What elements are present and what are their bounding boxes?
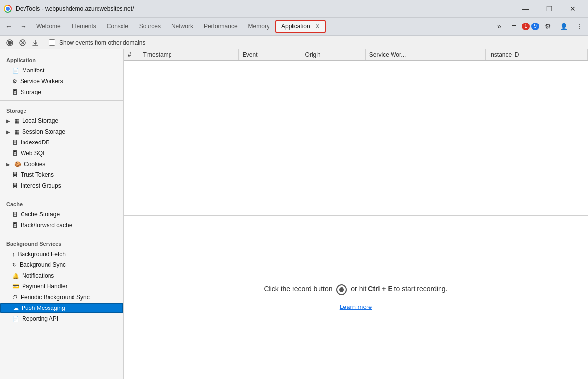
arrow-icon: ▶: [6, 162, 10, 167]
show-events-label: Show events from other domains: [59, 39, 145, 46]
sidebar-item-background-sync[interactable]: ↻ Background Sync: [0, 260, 123, 270]
tab-performance[interactable]: Performance: [199, 20, 243, 33]
sidebar-section-storage: Storage: [0, 104, 123, 116]
push-messaging-icon: ☁: [13, 305, 19, 311]
content-area: Application 📄 Manifest ⚙ Service Workers…: [0, 49, 588, 379]
sidebar-item-trust-tokens[interactable]: 🗄 Trust Tokens: [0, 169, 123, 180]
sidebar-section-application: Application: [0, 53, 123, 65]
trust-tokens-icon: 🗄: [12, 172, 18, 178]
close-button[interactable]: ✕: [562, 0, 584, 18]
new-tab-button[interactable]: +: [507, 20, 521, 33]
service-workers-icon: ⚙: [12, 78, 17, 85]
notifications-icon: 🔔: [12, 273, 19, 279]
empty-state-text: Click the record button or hit Ctrl + E …: [264, 285, 447, 293]
main-panel: # Timestamp Event Origin Service Wor... …: [124, 49, 588, 379]
sidebar-item-interest-groups[interactable]: 🗄 Interest Groups: [0, 180, 123, 191]
user-button[interactable]: 👤: [557, 20, 570, 33]
error-badge: 1: [522, 23, 530, 30]
col-origin[interactable]: Origin: [301, 49, 365, 61]
sidebar-item-cache-storage[interactable]: 🗄 Cache Storage: [0, 209, 123, 220]
tab-back-button[interactable]: ←: [2, 20, 16, 33]
sidebar-item-web-sql[interactable]: 🗄 Web SQL: [0, 148, 123, 159]
maximize-button[interactable]: ❐: [538, 0, 561, 18]
record-dot: [339, 287, 344, 292]
show-events-checkbox[interactable]: [49, 39, 55, 46]
clear-button[interactable]: [17, 37, 28, 48]
toolbar-right: 1 9 ⚙ 👤 ⋮: [522, 20, 586, 33]
tab-network[interactable]: Network: [167, 20, 198, 33]
col-timestamp[interactable]: Timestamp: [139, 49, 238, 61]
svg-point-1: [8, 41, 12, 45]
sidebar-item-background-fetch[interactable]: ↕ Background Fetch: [0, 249, 123, 260]
col-number[interactable]: #: [124, 49, 139, 61]
learn-more-link[interactable]: Learn more: [340, 303, 372, 310]
col-instance-id[interactable]: Instance ID: [485, 49, 587, 61]
session-storage-icon: ▦: [14, 129, 19, 135]
local-storage-icon: ▦: [14, 118, 19, 124]
sidebar-item-local-storage[interactable]: ▶ ▦ Local Storage: [0, 116, 123, 126]
col-event[interactable]: Event: [238, 49, 301, 61]
arrow-icon: ▶: [6, 129, 10, 135]
sidebar-divider-2: [0, 194, 123, 194]
sidebar-item-storage[interactable]: 🗄 Storage: [0, 87, 123, 97]
tab-bar: ← → Welcome Elements Console Sources Net…: [0, 18, 588, 35]
manifest-icon: 📄: [12, 68, 19, 74]
table-area[interactable]: # Timestamp Event Origin Service Wor... …: [124, 49, 588, 216]
download-button[interactable]: [30, 37, 41, 48]
menu-button[interactable]: ⋮: [572, 20, 586, 33]
payment-handler-icon: 💳: [12, 284, 19, 290]
back-forward-cache-icon: 🗄: [12, 222, 18, 228]
cache-storage-icon: 🗄: [12, 212, 18, 217]
settings-button[interactable]: ⚙: [541, 20, 555, 33]
devtools-window: Show events from other domains Applicati…: [0, 35, 588, 379]
background-sync-icon: ↻: [12, 262, 17, 268]
record-button[interactable]: [4, 37, 15, 48]
background-fetch-icon: ↕: [12, 251, 15, 257]
sidebar-item-payment-handler[interactable]: 💳 Payment Handler: [0, 281, 123, 292]
devtools-toolbar: Show events from other domains: [0, 36, 588, 49]
chrome-logo-icon: [4, 5, 12, 13]
sidebar-item-session-storage[interactable]: ▶ ▦ Session Storage: [0, 126, 123, 137]
events-table: # Timestamp Event Origin Service Wor... …: [124, 49, 588, 61]
interest-groups-icon: 🗄: [12, 183, 18, 189]
sidebar-divider-1: [0, 100, 123, 101]
indexed-db-icon: 🗄: [12, 140, 18, 145]
window-controls: — ❐ ✕: [514, 0, 584, 18]
tab-application[interactable]: Application ✕: [275, 20, 326, 33]
title-bar: DevTools - webpushdemo.azurewebsites.net…: [0, 0, 588, 18]
sidebar: Application 📄 Manifest ⚙ Service Workers…: [0, 49, 124, 379]
window-title: DevTools - webpushdemo.azurewebsites.net…: [16, 5, 511, 12]
tab-memory[interactable]: Memory: [244, 20, 274, 33]
sidebar-item-reporting-api[interactable]: 📄 Reporting API: [0, 313, 123, 324]
sidebar-item-notifications[interactable]: 🔔 Notifications: [0, 270, 123, 281]
arrow-icon: ▶: [6, 118, 10, 124]
empty-state: Click the record button or hit Ctrl + E …: [124, 216, 588, 379]
sidebar-item-cookies[interactable]: ▶ 🍪 Cookies: [0, 159, 123, 169]
tab-welcome[interactable]: Welcome: [31, 20, 66, 33]
sidebar-divider-3: [0, 234, 123, 234]
col-service-worker[interactable]: Service Wor...: [365, 49, 485, 61]
minimize-button[interactable]: —: [514, 0, 537, 18]
sidebar-item-manifest[interactable]: 📄 Manifest: [0, 65, 123, 76]
info-badge: 9: [531, 23, 539, 30]
sidebar-item-indexed-db[interactable]: 🗄 IndexedDB: [0, 137, 123, 148]
sidebar-item-service-workers[interactable]: ⚙ Service Workers: [0, 76, 123, 87]
storage-icon: 🗄: [12, 89, 18, 95]
tab-sources[interactable]: Sources: [134, 20, 166, 33]
tab-elements[interactable]: Elements: [67, 20, 101, 33]
web-sql-icon: 🗄: [12, 150, 18, 156]
reporting-api-icon: 📄: [12, 316, 19, 322]
sidebar-item-push-messaging[interactable]: ☁ Push Messaging: [0, 303, 123, 313]
empty-state-message: Click the record button or hit Ctrl + E …: [264, 284, 447, 295]
sidebar-item-back-forward-cache[interactable]: 🗄 Back/forward cache: [0, 220, 123, 231]
sidebar-section-background-services: Background Services: [0, 237, 123, 249]
tab-close-icon[interactable]: ✕: [315, 23, 320, 30]
tab-console[interactable]: Console: [102, 20, 133, 33]
record-button-icon: [336, 284, 347, 295]
sidebar-item-periodic-background-sync[interactable]: ⏱ Periodic Background Sync: [0, 292, 123, 303]
more-tabs-button[interactable]: »: [492, 20, 506, 33]
toolbar-separator: [45, 39, 45, 47]
tab-forward-button[interactable]: →: [17, 20, 30, 33]
cookies-icon: 🍪: [14, 161, 21, 167]
sidebar-section-cache: Cache: [0, 197, 123, 209]
